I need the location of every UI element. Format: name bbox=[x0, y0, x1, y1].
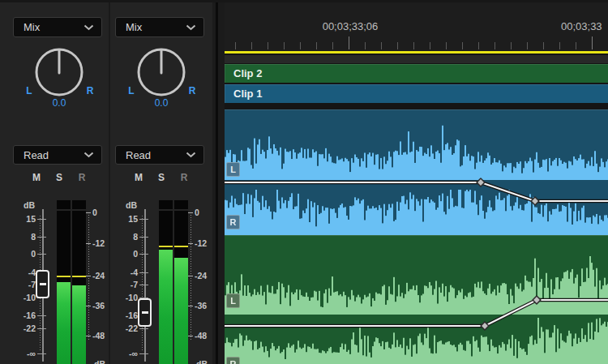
ruler-minor-tick bbox=[495, 42, 495, 49]
fader-tick-label: -16 bbox=[2, 310, 36, 320]
meter-minor-ticks bbox=[191, 212, 191, 340]
input-select[interactable]: Mix bbox=[13, 17, 102, 37]
meter-fill-right bbox=[72, 285, 86, 364]
meter-tick bbox=[188, 306, 193, 306]
meter-minor-ticks bbox=[88, 212, 89, 340]
meter-clip-indicator-divider bbox=[159, 209, 188, 211]
ruler-major-tick bbox=[592, 36, 593, 49]
fader-tick-label: -22 bbox=[2, 323, 36, 333]
meter-fill-left bbox=[159, 250, 173, 364]
mixer-panel: Mix L R 0.0 Read M S R d bbox=[0, 0, 212, 364]
strip-divider bbox=[109, 0, 110, 364]
meter-tick bbox=[188, 212, 193, 213]
ruler-minor-tick bbox=[397, 42, 398, 49]
chevron-down-icon bbox=[186, 24, 196, 31]
fader-tick bbox=[139, 353, 148, 354]
fader-tick bbox=[37, 219, 46, 220]
ruler-minor-tick bbox=[576, 42, 576, 49]
window-top-edge bbox=[0, 0, 608, 2]
fader-tick-label: -10 bbox=[2, 293, 36, 302]
db-scale-header: dB bbox=[22, 200, 36, 210]
meter-tick-label: -24 bbox=[195, 271, 207, 280]
mute-button[interactable]: M bbox=[30, 172, 43, 183]
ruler-minor-tick bbox=[235, 42, 236, 49]
channel-badge-right: R bbox=[226, 215, 240, 229]
clip-2-bar[interactable]: Clip 2 bbox=[225, 64, 608, 83]
audio-track-mixer-window: Mix L R 0.0 Read M S R d bbox=[0, 0, 608, 364]
pan-knob[interactable] bbox=[31, 44, 88, 101]
meter-bottom-label: dB bbox=[196, 359, 208, 364]
meter-tick bbox=[86, 276, 91, 276]
solo-button[interactable]: S bbox=[53, 172, 66, 183]
pan-value[interactable]: 0.0 bbox=[133, 97, 190, 109]
input-select[interactable]: Mix bbox=[115, 17, 204, 37]
meter-tick-label: -12 bbox=[195, 238, 207, 248]
meter-tick bbox=[86, 306, 91, 306]
time-ruler[interactable]: 00;03;33;06 00;03;33 bbox=[225, 0, 608, 51]
fader-tick bbox=[37, 254, 46, 255]
meter-tick bbox=[188, 276, 193, 276]
meter-tick-label: 0 bbox=[92, 208, 97, 217]
pan-knob-dial bbox=[31, 44, 88, 101]
channel-strip-2: Mix L R 0.0 Read M S R d bbox=[102, 0, 204, 364]
fader-tick-label: 8 bbox=[2, 232, 36, 242]
ruler-minor-tick bbox=[527, 42, 528, 49]
pan-knob-dial bbox=[133, 44, 190, 101]
automation-mode-value: Read bbox=[126, 149, 151, 161]
fader-handle-mark bbox=[40, 283, 46, 285]
audio-waveforms-canvas[interactable] bbox=[225, 109, 608, 364]
meter-peak-right bbox=[174, 246, 188, 247]
chevron-down-icon bbox=[186, 152, 196, 158]
meter-tick bbox=[86, 212, 91, 213]
level-meter bbox=[57, 200, 86, 364]
fader-tick bbox=[139, 254, 148, 255]
ruler-minor-tick bbox=[251, 42, 252, 49]
meter-tick-label: -48 bbox=[195, 331, 207, 340]
fader-tick bbox=[37, 328, 46, 329]
meter-clip-indicator-divider bbox=[57, 209, 86, 211]
meter-peak-left bbox=[57, 276, 71, 277]
volume-fader-handle[interactable] bbox=[138, 298, 152, 327]
pan-knob[interactable] bbox=[133, 44, 190, 101]
fader-tick bbox=[139, 285, 148, 285]
fader-tick bbox=[139, 328, 148, 329]
meter-tick-label: 0 bbox=[195, 208, 199, 217]
solo-button[interactable]: S bbox=[155, 172, 168, 183]
automation-mode-select[interactable]: Read bbox=[115, 145, 204, 165]
record-arm-button[interactable]: R bbox=[178, 172, 191, 183]
volume-fader-handle[interactable] bbox=[36, 270, 49, 298]
ruler-minor-tick bbox=[446, 42, 447, 49]
meter-fill-left bbox=[57, 282, 71, 364]
ruler-minor-tick bbox=[413, 42, 414, 49]
ruler-minor-tick bbox=[559, 42, 560, 49]
meter-tick bbox=[188, 243, 193, 244]
ruler-minor-tick bbox=[316, 42, 317, 49]
meter-bar-right bbox=[174, 200, 188, 364]
timecode-label: 00;03;33;06 bbox=[323, 20, 379, 32]
work-area-bar[interactable] bbox=[225, 51, 608, 54]
volume-fader-rail[interactable] bbox=[144, 209, 146, 362]
clip-2-label: Clip 2 bbox=[225, 64, 608, 83]
record-arm-button[interactable]: R bbox=[75, 172, 88, 183]
ruler-minor-tick bbox=[284, 42, 285, 49]
fader-tick-label: -4 bbox=[2, 268, 36, 277]
ruler-minor-tick bbox=[543, 42, 544, 49]
automation-mode-value: Read bbox=[24, 149, 49, 161]
collapsed-video-track[interactable] bbox=[225, 54, 608, 64]
automation-mode-select[interactable]: Read bbox=[13, 145, 102, 165]
fader-tick bbox=[139, 237, 148, 238]
mute-button[interactable]: M bbox=[132, 172, 145, 183]
ruler-minor-tick bbox=[381, 42, 382, 49]
panel-divider bbox=[212, 0, 225, 364]
pan-value[interactable]: 0.0 bbox=[31, 97, 88, 109]
pan-right-label: R bbox=[83, 85, 96, 96]
ruler-minor-tick bbox=[332, 42, 333, 49]
fader-tick-label: -∞ bbox=[2, 349, 36, 358]
meter-tick bbox=[86, 336, 91, 336]
ruler-minor-tick bbox=[268, 42, 268, 49]
pan-left-label: L bbox=[23, 85, 36, 96]
meter-bar-right bbox=[72, 200, 86, 364]
clip-1-bar[interactable]: Clip 1 bbox=[225, 84, 608, 103]
meter-tick bbox=[86, 243, 91, 244]
fader-tick-label: -7 bbox=[2, 280, 36, 289]
